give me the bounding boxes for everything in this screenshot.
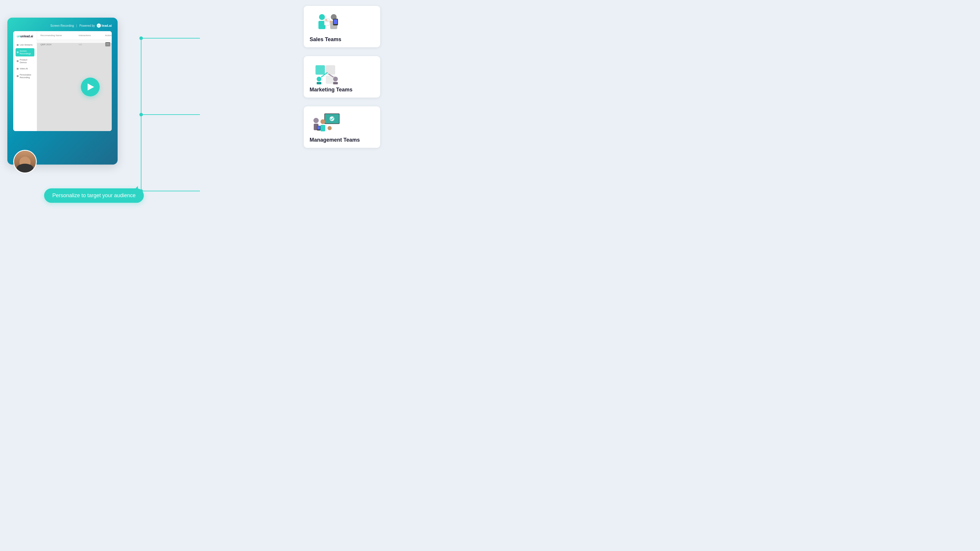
svg-point-34: [328, 126, 332, 130]
play-button[interactable]: [81, 78, 100, 96]
powered-by-label: Powered by: [80, 24, 95, 27]
brand-icon: u: [97, 24, 101, 28]
svg-point-23: [333, 77, 338, 81]
management-teams-title: Management Teams: [310, 137, 360, 143]
svg-point-30: [313, 118, 319, 123]
sidebar-icon-productdemos: [17, 60, 19, 62]
app-top-bar: Screen Recording | Powered by u lead.ai: [13, 24, 112, 28]
app-mockup: Screen Recording | Powered by u lead.ai …: [7, 17, 118, 165]
brand-logo: u lead.ai: [97, 24, 112, 28]
team-card-sales: Sales Teams: [304, 6, 380, 47]
sidebar: ununlead.ai Live Streams Screen Recordin…: [13, 31, 37, 131]
tagline-text: Personalize to target your audience: [52, 192, 135, 198]
col-header-name: Recomanding Name: [41, 34, 79, 37]
sidebar-icon-livestreams: [17, 44, 19, 46]
sidebar-logo: ununlead.ai: [16, 35, 34, 38]
avatar-face: [14, 151, 36, 173]
svg-rect-22: [317, 82, 321, 84]
svg-rect-15: [334, 19, 337, 24]
svg-rect-33: [320, 125, 325, 131]
sales-illustration: [310, 11, 345, 34]
marketing-teams-title: Marketing Teams: [310, 87, 353, 93]
team-card-marketing: Marketing Teams: [304, 56, 380, 98]
sidebar-item-livestreams[interactable]: Live Streams: [16, 42, 34, 48]
svg-rect-24: [333, 82, 338, 84]
connector-lines: [118, 24, 282, 206]
svg-rect-36: [317, 126, 320, 130]
team-card-management: Management Teams: [304, 106, 380, 148]
svg-point-7: [319, 14, 325, 20]
avatar: [13, 150, 37, 173]
video-overlay: [37, 43, 112, 131]
svg-point-17: [325, 19, 327, 21]
svg-point-5: [139, 113, 143, 116]
divider: |: [76, 24, 77, 27]
marketing-illustration: [310, 61, 345, 84]
svg-point-21: [317, 77, 321, 81]
svg-rect-9: [324, 19, 329, 25]
svg-point-4: [139, 37, 143, 40]
team-cards-section: Sales Teams Marketing Teams: [304, 6, 380, 148]
sidebar-item-screenrecordings[interactable]: Screen Recordings: [16, 48, 34, 56]
sidebar-icon-videoai: [17, 68, 19, 70]
svg-rect-19: [326, 65, 335, 75]
management-illustration: [310, 111, 345, 135]
sidebar-item-productdemos[interactable]: Product Demos: [16, 57, 34, 65]
app-window: ununlead.ai Live Streams Screen Recordin…: [13, 31, 112, 131]
sidebar-item-videoai[interactable]: Video AI: [16, 66, 34, 71]
sidebar-icon-screenrecordings: [17, 51, 19, 53]
svg-point-32: [320, 119, 325, 124]
table-header: Recomanding Name Interactions Actions: [37, 31, 112, 40]
svg-rect-18: [315, 65, 325, 75]
sidebar-item-personalizerecording[interactable]: Personalize Recording: [16, 72, 34, 80]
col-header-interactions: Interactions: [79, 34, 105, 37]
sales-teams-title: Sales Teams: [310, 37, 341, 43]
sidebar-icon-personalizerecording: [17, 75, 19, 77]
tagline-bubble: Personalize to target your audience: [44, 188, 144, 203]
col-header-actions: Actions: [105, 34, 112, 37]
main-content: Recomanding Name Interactions Actions QB…: [37, 31, 112, 131]
screen-recording-label: Screen Recording: [50, 24, 74, 27]
svg-point-16: [329, 21, 332, 23]
